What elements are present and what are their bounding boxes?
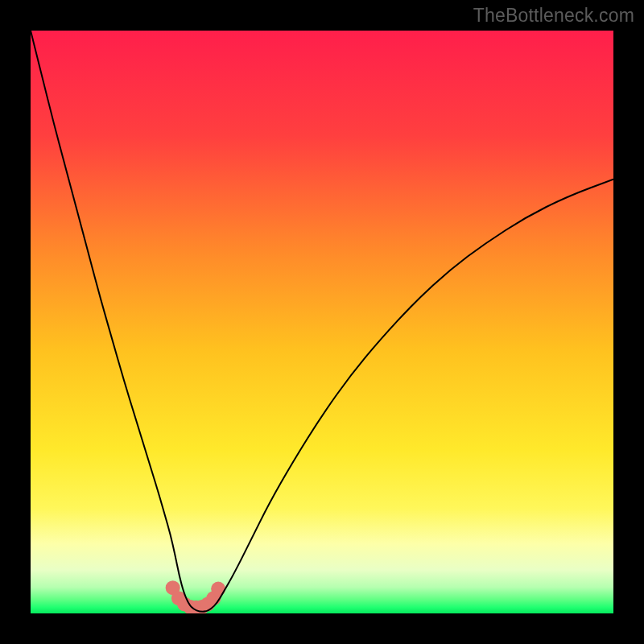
chart-frame: TheBottleneck.com <box>0 0 644 644</box>
curve-layer <box>31 31 613 613</box>
marker-dot <box>211 582 225 597</box>
bottleneck-curve <box>31 31 613 612</box>
plot-area <box>31 31 613 613</box>
watermark-text: TheBottleneck.com <box>473 5 634 27</box>
bottom-marker-band <box>166 580 225 613</box>
